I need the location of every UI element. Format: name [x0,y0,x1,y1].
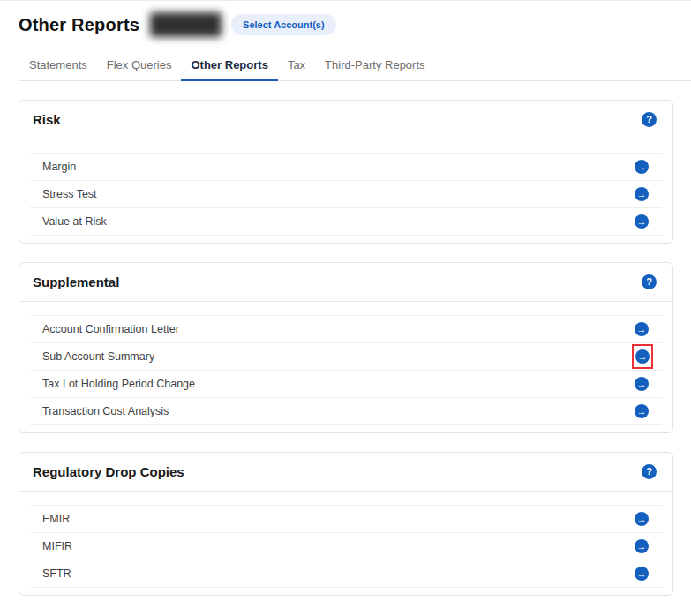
section-title: Supplemental [33,274,119,289]
section-title: Regulatory Drop Copies [33,464,184,479]
report-item-sftr[interactable]: SFTR → [30,560,662,587]
highlight-annotation-box: → [632,344,653,369]
report-item-label: EMIR [42,513,70,525]
report-item-transaction-cost-analysis[interactable]: Transaction Cost Analysis → [30,397,662,424]
report-item-emir[interactable]: EMIR → [30,505,662,532]
select-accounts-button[interactable]: Select Account(s) [231,14,336,35]
report-item-mifir[interactable]: MIFIR → [30,532,662,560]
section-regulatory-header: Regulatory Drop Copies ? [19,453,672,492]
report-item-label: MIFIR [42,540,72,552]
report-item-stress-test[interactable]: Stress Test → [30,180,662,207]
section-supplemental-header: Supplemental ? [19,263,672,302]
section-regulatory-drop-copies: Regulatory Drop Copies ? EMIR → MIFIR → … [19,452,673,596]
section-supplemental: Supplemental ? Account Confirmation Lett… [19,262,673,433]
report-list: EMIR → MIFIR → SFTR → [30,505,662,588]
open-report-arrow-icon[interactable]: → [635,377,649,391]
reports-tab-bar: Statements Flex Queries Other Reports Ta… [19,53,691,81]
report-item-tax-lot-holding-period-change[interactable]: Tax Lot Holding Period Change → [30,370,662,397]
section-risk-header: Risk ? [19,101,672,139]
tab-other-reports[interactable]: Other Reports [181,53,277,81]
report-item-margin[interactable]: Margin → [30,153,662,180]
report-list: Account Confirmation Letter → Sub Accoun… [30,315,662,425]
report-item-label: SFTR [42,567,71,580]
tab-statements[interactable]: Statements [19,53,97,80]
help-icon[interactable]: ? [642,274,657,289]
page-header: Other Reports Select Account(s) [0,1,691,37]
report-list: Margin → Stress Test → Value at Risk → [30,153,662,236]
tab-tax[interactable]: Tax [278,53,315,80]
report-item-label: Account Confirmation Letter [42,323,179,335]
tab-third-party-reports[interactable]: Third-Party Reports [315,53,434,80]
report-item-label: Stress Test [42,188,97,200]
report-item-label: Sub Account Summary [42,350,154,363]
reports-content: Risk ? Margin → Stress Test → Value at R… [19,100,673,596]
section-title: Risk [33,112,61,127]
tab-flex-queries[interactable]: Flex Queries [97,53,182,80]
open-report-arrow-icon[interactable]: → [635,349,650,364]
report-item-value-at-risk[interactable]: Value at Risk → [30,207,662,235]
open-report-arrow-icon[interactable]: → [635,539,649,553]
report-item-label: Value at Risk [42,215,107,228]
report-item-label: Tax Lot Holding Period Change [42,378,195,390]
help-icon[interactable]: ? [642,464,657,479]
help-icon[interactable]: ? [642,112,657,127]
open-report-arrow-icon[interactable]: → [635,404,649,418]
report-item-sub-account-summary[interactable]: Sub Account Summary → [30,342,662,370]
open-report-arrow-icon[interactable]: → [635,187,649,201]
account-id-badge-redacted [150,12,222,37]
report-item-label: Transaction Cost Analysis [42,405,169,417]
open-report-arrow-icon[interactable]: → [635,567,649,581]
page-title: Other Reports [19,15,139,35]
open-report-arrow-icon[interactable]: → [635,160,649,174]
open-report-arrow-icon[interactable]: → [635,322,649,336]
open-report-arrow-icon[interactable]: → [635,512,649,526]
report-item-label: Margin [42,161,76,173]
section-risk: Risk ? Margin → Stress Test → Value at R… [19,100,673,244]
open-report-arrow-icon[interactable]: → [635,214,649,229]
report-item-account-confirmation-letter[interactable]: Account Confirmation Letter → [30,315,662,342]
